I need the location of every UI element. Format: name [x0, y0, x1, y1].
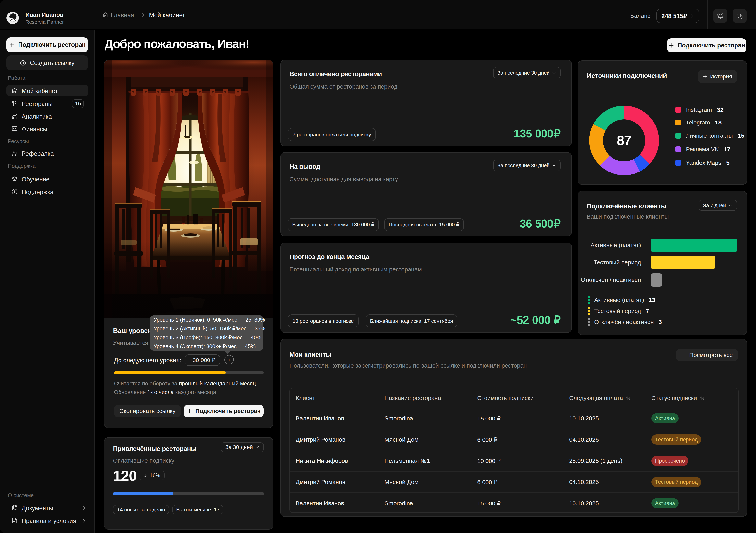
svg-text:87: 87 — [617, 133, 631, 148]
